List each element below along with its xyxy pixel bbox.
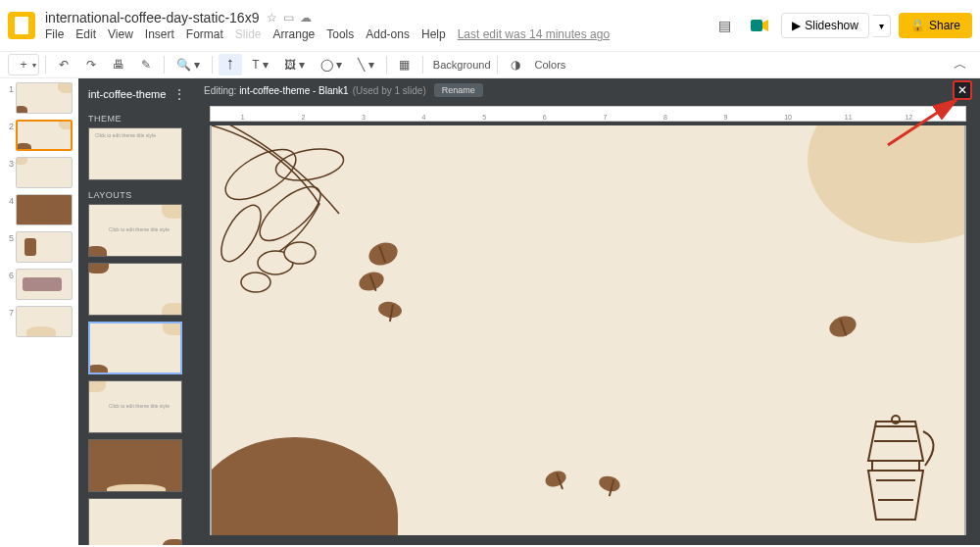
coffee-bean-icon xyxy=(597,473,621,493)
editing-title: int-coffee-theme - Blank1 xyxy=(239,85,349,96)
editing-used: (Used by 1 slide) xyxy=(353,85,426,96)
redo-button[interactable]: ↷ xyxy=(79,54,103,75)
slide-number: 1 xyxy=(4,82,14,94)
zoom-button[interactable]: 🔍 ▾ xyxy=(171,54,206,75)
slide-thumb[interactable] xyxy=(16,194,73,225)
moka-pot-decoration xyxy=(847,412,945,529)
slide-number: 5 xyxy=(4,231,14,243)
svg-point-8 xyxy=(241,273,270,292)
main: 1 2 3 4 5 6 7 int-coffee-theme ⋮ THEME C… xyxy=(0,78,980,545)
brown-blob-decoration xyxy=(210,437,398,535)
colors-button[interactable]: Colors xyxy=(535,59,566,71)
slide-number: 3 xyxy=(4,157,14,169)
last-edit-label[interactable]: Last edit was 14 minutes ago xyxy=(458,27,610,41)
layout-thumb[interactable] xyxy=(88,498,182,545)
layout-thumb[interactable] xyxy=(88,322,182,374)
slide-number: 4 xyxy=(4,194,14,206)
svg-marker-1 xyxy=(762,20,768,31)
tan-blob-decoration xyxy=(808,125,966,243)
theme-panel-menu-icon[interactable]: ⋮ xyxy=(172,86,186,102)
layout-thumb[interactable] xyxy=(88,439,182,492)
new-slide-button[interactable]: + xyxy=(8,54,39,75)
rename-button[interactable]: Rename xyxy=(434,83,483,97)
slide-thumb[interactable] xyxy=(16,120,73,151)
menu-slide: Slide xyxy=(235,27,262,41)
menu-view[interactable]: View xyxy=(108,27,133,41)
filmstrip: 1 2 3 4 5 6 7 xyxy=(0,78,78,545)
slideshow-caret[interactable]: ▾ xyxy=(873,15,891,37)
share-button[interactable]: 🔒 Share xyxy=(899,13,972,38)
menu-arrange[interactable]: Arrange xyxy=(273,27,316,41)
layout-thumb[interactable]: Click to edit theme title style xyxy=(88,380,182,433)
layouts-section-label: LAYOUTS xyxy=(88,186,186,204)
close-button[interactable]: ✕ xyxy=(953,80,972,100)
toolbar: + ↶ ↷ 🖶 ✎ 🔍 ▾ ⭡ T ▾ 🖼 ▾ ◯ ▾ ╲ ▾ ▦ Backgr… xyxy=(0,51,980,78)
cloud-icon[interactable]: ☁ xyxy=(300,11,312,25)
star-icon[interactable]: ☆ xyxy=(267,11,277,25)
menubar: File Edit View Insert Format Slide Arran… xyxy=(45,27,710,41)
print-button[interactable]: 🖶 xyxy=(107,54,130,75)
slide-number: 2 xyxy=(4,120,14,131)
slide-number: 6 xyxy=(4,269,14,280)
menu-tools[interactable]: Tools xyxy=(326,27,354,41)
svg-rect-0 xyxy=(751,20,762,31)
paint-format-button[interactable]: ✎ xyxy=(134,54,158,75)
menu-format[interactable]: Format xyxy=(186,27,223,41)
background-button[interactable]: Background xyxy=(433,59,491,71)
collapse-toolbar-button[interactable]: ︿ xyxy=(949,54,972,75)
layout-thumb[interactable] xyxy=(88,263,182,316)
menu-file[interactable]: File xyxy=(45,27,64,41)
share-label: Share xyxy=(929,19,960,32)
slide-thumb[interactable] xyxy=(16,306,73,337)
image-tool[interactable]: 🖼 ▾ xyxy=(278,54,311,75)
theme-thumbs: Click to edit theme title style LAYOUTS … xyxy=(78,127,196,545)
text-placeholder-tool[interactable]: ▦ xyxy=(393,54,416,75)
menu-addons[interactable]: Add-ons xyxy=(366,27,410,41)
line-tool[interactable]: ╲ ▾ xyxy=(352,54,379,75)
undo-button[interactable]: ↶ xyxy=(52,54,75,75)
header-right: ▤ ▶ Slideshow ▾ 🔒 Share xyxy=(710,12,972,39)
svg-point-2 xyxy=(218,139,303,209)
editor: Editing: int-coffee-theme - Blank1 (Used… xyxy=(196,78,980,545)
horizontal-ruler: 1 2 3 4 5 6 7 8 9 10 11 12 xyxy=(210,106,966,122)
move-icon[interactable]: ▭ xyxy=(283,11,294,25)
slide-canvas[interactable] xyxy=(210,125,966,535)
slide-number: 7 xyxy=(4,306,14,318)
theme-master-thumb[interactable]: Click to edit theme title style xyxy=(88,127,182,180)
leaf-sketch-decoration xyxy=(210,125,437,331)
svg-rect-10 xyxy=(872,461,919,471)
slide-thumb[interactable] xyxy=(16,231,73,263)
menu-insert[interactable]: Insert xyxy=(145,27,174,41)
coffee-bean-icon xyxy=(543,469,568,490)
canvas-wrap xyxy=(196,122,980,545)
menu-help[interactable]: Help xyxy=(421,27,446,41)
slideshow-label: Slideshow xyxy=(805,19,858,32)
meet-icon[interactable] xyxy=(746,12,773,39)
theme-section-label: THEME xyxy=(78,110,196,127)
header: international-coffee-day-static-16x9 ☆ ▭… xyxy=(0,0,980,51)
slides-logo[interactable] xyxy=(8,12,35,39)
theme-panel: int-coffee-theme ⋮ THEME Click to edit t… xyxy=(78,78,196,545)
slideshow-button[interactable]: ▶ Slideshow xyxy=(781,13,869,38)
theme-panel-header: int-coffee-theme ⋮ xyxy=(78,78,196,110)
document-title-row: international-coffee-day-static-16x9 ☆ ▭… xyxy=(45,10,710,25)
slide-thumb[interactable] xyxy=(16,157,73,188)
svg-point-4 xyxy=(252,177,329,249)
document-title[interactable]: international-coffee-day-static-16x9 xyxy=(45,10,259,25)
svg-point-7 xyxy=(284,242,316,264)
textbox-tool[interactable]: T ▾ xyxy=(246,54,273,75)
coffee-bean-icon xyxy=(826,313,858,340)
comments-icon[interactable]: ▤ xyxy=(710,12,738,39)
layout-thumb[interactable]: Click to edit theme title style xyxy=(88,204,182,257)
theme-name: int-coffee-theme xyxy=(88,88,166,100)
shape-tool[interactable]: ◯ ▾ xyxy=(315,54,348,75)
select-tool[interactable]: ⭡ xyxy=(219,54,242,75)
editor-topbar: Editing: int-coffee-theme - Blank1 (Used… xyxy=(196,78,980,102)
title-area: international-coffee-day-static-16x9 ☆ ▭… xyxy=(45,10,710,41)
editing-prefix: Editing: xyxy=(204,85,236,96)
menu-edit[interactable]: Edit xyxy=(75,27,96,41)
colors-icon[interactable]: ◑ xyxy=(504,54,527,75)
svg-marker-11 xyxy=(868,471,923,520)
slide-thumb[interactable] xyxy=(16,269,73,300)
slide-thumb[interactable] xyxy=(16,82,73,114)
